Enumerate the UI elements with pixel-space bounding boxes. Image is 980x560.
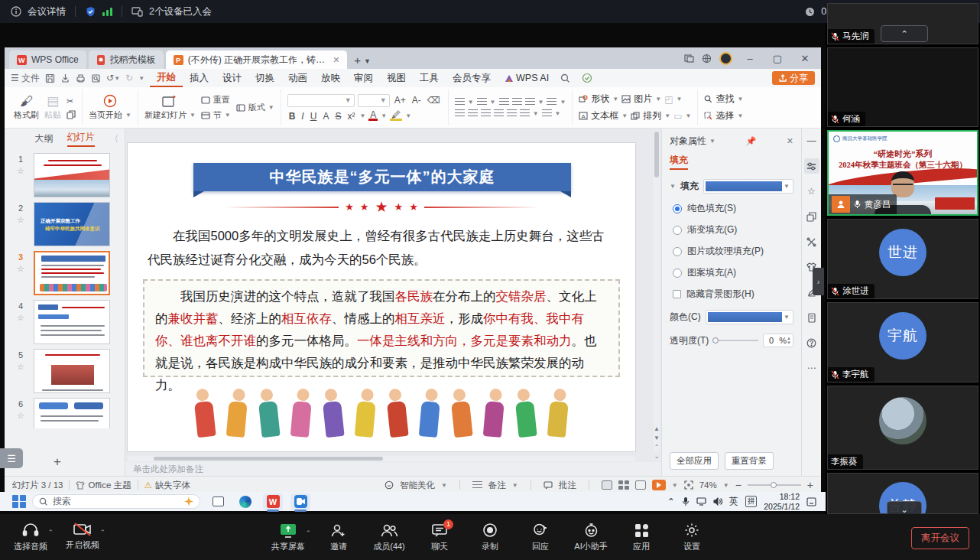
ime-mode[interactable]: 拼 (745, 496, 758, 507)
radio-icon[interactable] (673, 269, 682, 278)
beautify-label[interactable]: 智能美化 (400, 480, 435, 491)
info-icon[interactable] (11, 6, 21, 17)
fill-button[interactable]: ◰ (664, 94, 673, 105)
meeting-details-label[interactable]: 会议详情 (28, 5, 66, 18)
slide-nav-buttons[interactable]: ▲▼⌃⌄ (652, 425, 661, 460)
italic-button[interactable]: I (300, 111, 305, 122)
tab-view[interactable]: 视图 (380, 69, 413, 87)
zoom-slider[interactable] (748, 484, 801, 486)
strikethrough-button[interactable]: S (333, 111, 342, 122)
decrease-font-icon[interactable]: A- (410, 95, 423, 106)
start-button[interactable] (12, 495, 26, 509)
bold-button[interactable]: B (287, 111, 297, 122)
display-tray-icon[interactable] (696, 497, 706, 506)
slide-thumbnail-4[interactable]: 4☆ (12, 300, 120, 344)
solid-fill-option[interactable]: 纯色填充(S) (673, 202, 793, 215)
section-chevron-icon[interactable]: ▼ (670, 183, 676, 190)
devices-icon[interactable] (131, 7, 143, 17)
quickbar-chevron-icon[interactable]: ▼ (138, 75, 144, 82)
beautify-icon[interactable] (385, 480, 394, 490)
members-button[interactable]: 成员(44) (369, 523, 409, 552)
search-icon[interactable] (560, 73, 570, 83)
vertical-scrollbar[interactable] (654, 130, 660, 451)
video-options-chevron[interactable]: ⌃ (99, 529, 105, 536)
notebook-icon[interactable] (804, 310, 819, 325)
taskbar-search[interactable]: 搜索 (32, 494, 200, 509)
comment-label[interactable]: 批注 (559, 480, 576, 491)
close-button[interactable]: ✕ (795, 53, 815, 64)
fill-swatch-dropdown[interactable]: ▼ (703, 179, 793, 194)
tab-list-chevron-icon[interactable]: ▼ (364, 57, 371, 65)
numbered-list-icon[interactable] (477, 98, 487, 106)
reset-button[interactable]: 重置 (201, 94, 231, 106)
slide-thumbnail-3-selected[interactable]: 3☆ (12, 251, 120, 295)
find-button[interactable]: 查找▼ (704, 93, 743, 106)
notes-bar[interactable]: 单击此处添加备注 (125, 462, 661, 476)
comment-icon[interactable] (544, 481, 553, 490)
color-swatch-dropdown[interactable]: ▼ (706, 310, 793, 324)
align-left-icon[interactable] (455, 109, 465, 117)
zoom-level[interactable]: 74% (699, 480, 717, 490)
normal-view-icon[interactable] (602, 480, 612, 490)
slide-thumbnail-5[interactable]: 5☆ (12, 349, 120, 393)
picture-button[interactable]: 图片▼ (621, 93, 661, 106)
shapes-button[interactable]: 形状▼ (579, 93, 618, 106)
audio-options-chevron[interactable]: ⌃ (47, 529, 54, 536)
tray-chevron-icon[interactable]: ⌃ (667, 497, 675, 507)
window-layout-icon[interactable] (684, 54, 694, 63)
tab-wps-office[interactable]: W WPS Office (9, 50, 86, 69)
textbox-button[interactable]: A 文本框▼ (579, 109, 628, 122)
settings-button[interactable]: 设置 (672, 523, 712, 552)
task-view-button[interactable] (208, 493, 228, 510)
increase-font-icon[interactable]: A+ (393, 95, 407, 106)
devices-count-label[interactable]: 2个设备已入会 (149, 5, 212, 18)
wps-side-launcher[interactable]: ☰ (0, 448, 23, 468)
reactions-button[interactable]: 回应 (521, 523, 560, 552)
star-icon[interactable]: ☆ (17, 411, 24, 421)
transparency-value[interactable]: 0 % ▲▼ (763, 334, 793, 347)
fill-tab[interactable]: 填充 (670, 154, 688, 170)
output-icon[interactable] (60, 73, 70, 83)
slide-thumbnail-6[interactable]: 6☆ (12, 398, 120, 428)
wps-taskbar-icon[interactable]: W (263, 493, 283, 510)
sorter-view-icon[interactable] (618, 480, 629, 490)
paste-button[interactable]: ▤粘贴 (44, 95, 61, 121)
file-menu[interactable]: 文件 (21, 72, 40, 85)
minimize-button[interactable]: – (740, 53, 760, 64)
tab-insert[interactable]: 插入 (183, 69, 216, 87)
global-settings-icon[interactable] (702, 54, 712, 63)
select-button[interactable]: 选择▼ (704, 109, 743, 122)
texture-fill-option[interactable]: 图片或纹理填充(P) (673, 245, 793, 258)
radio-icon[interactable] (673, 226, 682, 235)
mic-tray-icon[interactable] (682, 497, 690, 506)
slide-thumbnail-1[interactable]: 1☆ (12, 153, 120, 197)
redo-icon[interactable]: ↻ (125, 73, 133, 83)
video-button[interactable]: ⌃ 开启视频 (63, 523, 102, 552)
tab-outline[interactable]: 大纲 (35, 132, 54, 145)
tab-review[interactable]: 审阅 (347, 69, 380, 87)
transparency-slider[interactable] (713, 340, 758, 341)
reading-view-icon[interactable] (635, 480, 646, 490)
collapse-panel-icon[interactable]: 〈 (110, 133, 118, 145)
align-right-icon[interactable] (481, 109, 491, 117)
superscript-button[interactable]: x² (346, 111, 356, 122)
shapes-library-icon[interactable] (804, 209, 819, 224)
char-style-button[interactable]: A (321, 111, 330, 122)
line-spacing-icon[interactable] (547, 98, 557, 106)
close-panel-icon[interactable]: ✕ (787, 136, 793, 146)
participant-tile-liyuhang[interactable]: 宇航 李宇航 (827, 302, 978, 383)
share-screen-button[interactable]: ⌃ 共享屏幕 (268, 523, 308, 552)
tab-wps-ai[interactable]: WPS AI (498, 69, 556, 87)
copy-icon[interactable] (67, 110, 76, 119)
font-family-select[interactable]: ▼ (287, 94, 355, 107)
slideshow-play-button[interactable] (652, 480, 666, 490)
align-center-icon[interactable] (468, 109, 478, 117)
participant-tile-speaker[interactable]: 南昌大学基础医学院 “研途时光”系列 2024年秋季主题班会（第三十六期） 黄彦… (827, 130, 978, 216)
pattern-fill-option[interactable]: 图案填充(A) (673, 266, 793, 279)
zoom-in-button[interactable]: + (807, 479, 813, 491)
decrease-indent-icon[interactable] (499, 98, 509, 106)
chevron-down-icon[interactable]: ▼ (709, 138, 716, 145)
star-icon[interactable]: ☆ (17, 362, 24, 372)
columns-icon[interactable] (520, 109, 530, 117)
tab-member[interactable]: 会员专享 (446, 69, 498, 87)
